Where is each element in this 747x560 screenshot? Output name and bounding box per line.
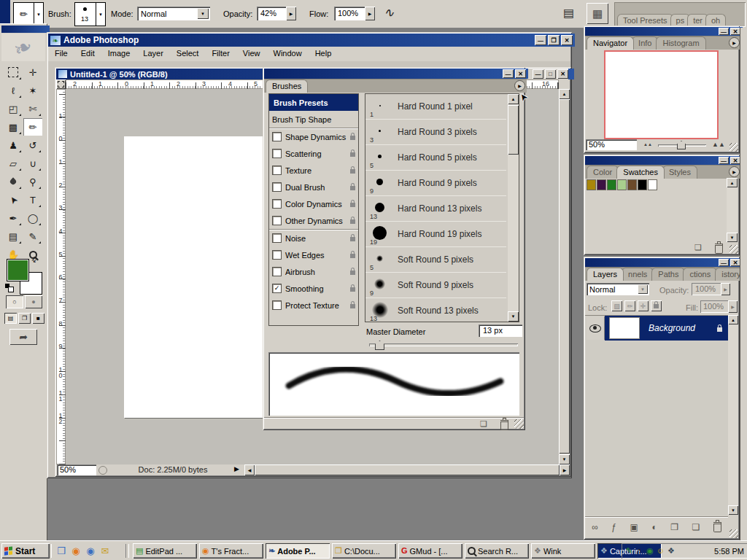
lock-icon[interactable]	[350, 136, 355, 140]
lock-icon[interactable]	[350, 152, 355, 157]
noise-checkbox[interactable]	[272, 233, 282, 243]
palette-menu-icon[interactable]: ▶	[729, 37, 740, 48]
blur-tool[interactable]	[4, 173, 23, 190]
scroll-down-icon[interactable]: ▼	[727, 233, 738, 242]
capture-tray-icon[interactable]: ❖	[667, 547, 675, 555]
swatch[interactable]	[627, 179, 637, 190]
clone-stamp-tool[interactable]: ♟	[4, 136, 23, 154]
rectangular-marquee-tool[interactable]	[4, 63, 23, 81]
dual-brush-checkbox[interactable]	[272, 182, 282, 192]
close-button[interactable]: ✕	[730, 157, 740, 164]
layer-group-icon[interactable]: ❐	[670, 522, 678, 532]
scroll-up-icon[interactable]: ▲	[559, 89, 570, 99]
brushes-titlebar[interactable]: — ✕	[264, 69, 528, 79]
lock-icon[interactable]	[350, 186, 355, 190]
color-dynamics-checkbox[interactable]	[272, 199, 282, 209]
app-titlebar[interactable]: ❧ Adobe Photoshop — ❐ ✕	[48, 34, 575, 47]
brush-presets-item[interactable]: Brush Presets	[269, 94, 358, 111]
shape-dynamics-checkbox[interactable]	[272, 132, 282, 141]
scroll-up-icon[interactable]: ▲	[728, 315, 738, 324]
chevron-down-icon[interactable]: ▼	[638, 284, 648, 294]
crop-tool[interactable]: ◰	[4, 100, 23, 117]
wet-edges-checkbox[interactable]	[272, 250, 282, 260]
scroll-down-icon[interactable]: ▼	[728, 505, 738, 515]
palette-menu-icon[interactable]: ▶	[514, 80, 525, 91]
menu-file[interactable]: File	[48, 47, 74, 60]
resize-grip[interactable]	[729, 143, 738, 152]
lock-icon[interactable]	[350, 169, 355, 174]
menu-layer[interactable]: Layer	[136, 47, 170, 60]
tab-layers[interactable]: Layers	[587, 268, 624, 281]
swatch[interactable]	[587, 179, 596, 190]
tab-swatches[interactable]: Swatches	[616, 166, 665, 179]
flow-field[interactable]: 100%	[334, 7, 368, 20]
pen-tool[interactable]: ✒	[4, 209, 23, 227]
close-button[interactable]: ✕	[515, 69, 526, 78]
color-dynamics-item[interactable]: Color Dynamics	[269, 195, 358, 212]
notes-tool[interactable]: ▤	[4, 228, 23, 245]
type-tool[interactable]: T	[23, 191, 42, 209]
scrollbar-thumb[interactable]	[255, 464, 560, 475]
tab-brushes[interactable]: Brushes	[266, 79, 308, 93]
menu-help[interactable]: Help	[309, 47, 338, 60]
scroll-up-icon[interactable]: ▲	[727, 178, 738, 187]
palette-list-icon[interactable]: ▤	[563, 6, 574, 20]
taskbar-button-wink[interactable]: ❖Wink	[531, 543, 595, 559]
quick-mask-mode-button[interactable]: ●	[25, 295, 42, 308]
start-button[interactable]: Start	[1, 543, 50, 559]
close-button[interactable]: ✕	[730, 259, 740, 266]
fill-field[interactable]: 100%	[700, 300, 731, 313]
brush-preset-row[interactable]: 9Soft Round 9 pixels	[365, 273, 506, 298]
status-popup-icon[interactable]: ▶	[234, 465, 239, 472]
tab-nnels[interactable]: nnels	[622, 268, 654, 281]
navigator-titlebar[interactable]: — ✕	[585, 27, 743, 36]
menu-filter[interactable]: Filter	[205, 47, 236, 60]
standard-mode-button[interactable]: ○	[6, 295, 23, 308]
taskbar-button-editpad[interactable]: ▤EditPad ...	[133, 543, 197, 559]
tab-info[interactable]: Info	[632, 36, 658, 50]
vertical-scrollbar[interactable]: ▲ ▼	[559, 89, 570, 464]
fullscreen-menubar-button[interactable]: ❐	[18, 313, 31, 324]
lock-icon[interactable]	[350, 219, 355, 224]
fullscreen-button[interactable]: ■	[32, 313, 44, 324]
scroll-left-icon[interactable]: ◀	[244, 464, 255, 475]
layer-row-selected[interactable]: Background	[605, 316, 728, 341]
brush-preset-row[interactable]: 13Soft Round 13 pixels	[365, 298, 506, 322]
pen-tray-icon[interactable]: ✎	[626, 547, 632, 555]
menu-image[interactable]: Image	[101, 47, 137, 60]
scroll-down-icon[interactable]: ▼	[559, 454, 570, 464]
visibility-toggle[interactable]	[587, 316, 605, 340]
smoothing-checkbox[interactable]: ✓	[272, 284, 282, 293]
layer-mask-icon[interactable]: ▣	[630, 522, 638, 532]
mail-icon[interactable]: ✉	[98, 543, 112, 559]
brush-preset-row[interactable]: 19Hard Round 19 pixels	[365, 222, 506, 247]
airbrush-checkbox[interactable]	[272, 267, 282, 276]
wet-edges-item[interactable]: Wet Edges	[269, 246, 358, 263]
eraser-tool[interactable]: ▱	[4, 155, 23, 172]
horizontal-scrollbar[interactable]: ◀ ▶	[244, 464, 570, 475]
zoom-out-icon[interactable]: ▲▲	[643, 142, 652, 147]
eyedropper-tool[interactable]: ✎	[23, 228, 42, 245]
tab-ctions[interactable]: ctions	[683, 268, 717, 281]
delete-layer-icon[interactable]	[713, 522, 721, 532]
resize-grip[interactable]	[729, 529, 738, 538]
protect-texture-item[interactable]: Protect Texture	[269, 297, 358, 314]
taskbar-button-t-s-fract[interactable]: ◉T's Fract...	[199, 543, 263, 559]
layer-row[interactable]: Background	[585, 316, 728, 341]
airbrush-item[interactable]: Airbrush	[269, 263, 358, 280]
taskbar-button-search-r[interactable]: Search R...	[465, 543, 529, 559]
scrollbar-thumb[interactable]	[559, 99, 570, 454]
minimize-button[interactable]: —	[503, 69, 514, 78]
adjustment-layer-icon[interactable]: ◐	[651, 522, 657, 532]
layers-scrollbar[interactable]: ▲ ▼	[728, 315, 738, 515]
opacity-field[interactable]: 42%	[257, 7, 290, 20]
history-brush-tool[interactable]: ↺	[23, 136, 42, 154]
minimize-button[interactable]: —	[719, 157, 729, 164]
slider-thumb[interactable]	[375, 341, 384, 350]
lock-icon[interactable]	[350, 287, 355, 292]
lasso-tool[interactable]: ℓ	[4, 82, 23, 99]
lock-icon[interactable]	[350, 254, 355, 258]
texture-item[interactable]: Texture	[269, 162, 358, 179]
master-diameter-field[interactable]: 13 px	[479, 324, 522, 337]
zoom-in-icon[interactable]: ▲▲	[712, 141, 725, 148]
